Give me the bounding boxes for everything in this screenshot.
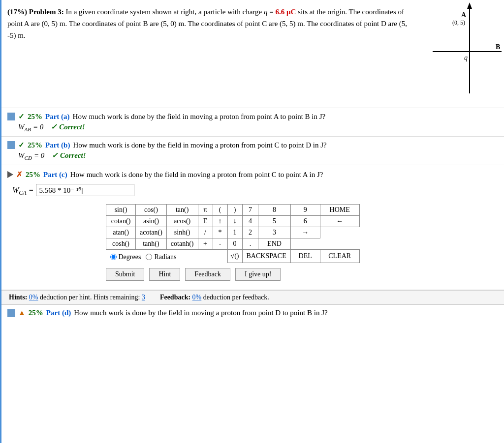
part-d-header: ▲ 25% Part (d) How much work is done by …	[7, 309, 497, 317]
part-b-question: How much work is done by the field in mo…	[73, 141, 326, 149]
part-c-question: How much work is done by the field in mo…	[70, 171, 323, 179]
radians-label[interactable]: Radians	[146, 253, 176, 261]
action-buttons: Submit Hint Feedback I give up!	[106, 268, 497, 281]
calc-acotan[interactable]: acotan()	[136, 227, 167, 238]
calc-cos[interactable]: cos()	[136, 204, 167, 215]
calc-5[interactable]: 5	[258, 215, 290, 227]
calc-clear[interactable]: CLEAR	[320, 249, 359, 263]
input-row: WCA =	[12, 184, 497, 197]
part-d-pct: 25%	[29, 309, 43, 317]
calc-4[interactable]: 4	[242, 215, 258, 227]
part-c-play-icon	[7, 171, 13, 178]
calc-slash[interactable]: /	[198, 227, 213, 238]
part-c-label: Part (c)	[43, 171, 67, 179]
hints-left: Hints: 0% deduction per hint. Hints rema…	[9, 294, 145, 301]
calc-end[interactable]: END	[258, 238, 290, 249]
calc-tanh[interactable]: tanh()	[136, 238, 167, 249]
part-b-icon	[7, 141, 15, 149]
calc-0[interactable]: 0	[227, 238, 242, 249]
part-c-header: ✗ 25% Part (c) How much work is done by …	[7, 170, 497, 179]
part-a-answer: WAB = 0 ✓ Correct!	[18, 122, 497, 132]
calc-home[interactable]: HOME	[320, 204, 359, 215]
calc-sin[interactable]: sin()	[106, 204, 136, 215]
part-c-pct: 25%	[26, 171, 40, 179]
radians-radio[interactable]	[146, 254, 152, 260]
calc-2[interactable]: 2	[242, 227, 258, 238]
calc-close-paren[interactable]: )	[227, 204, 242, 215]
feedback-button[interactable]: Feedback	[185, 268, 230, 281]
calc-del[interactable]: DEL	[290, 249, 320, 263]
calc-pi[interactable]: π	[198, 204, 213, 215]
submit-button[interactable]: Submit	[106, 268, 144, 281]
calc-1[interactable]: 1	[227, 227, 242, 238]
calc-6[interactable]: 6	[290, 215, 320, 227]
calc-7[interactable]: 7	[242, 204, 258, 215]
part-a-icon	[7, 113, 15, 120]
parts-container: ✓ 25% Part (a) How much work is done by …	[1, 108, 504, 323]
part-c-x: ✗	[16, 170, 23, 179]
calc-8[interactable]: 8	[258, 204, 290, 215]
feedback-pct-link[interactable]: 0%	[192, 294, 202, 301]
calc-row-2: cotan() asin() acos() E ↑ ↓ 4 5 6 ←	[106, 215, 360, 227]
feedback-deduction-text: deduction per feedback.	[203, 294, 269, 301]
calc-3[interactable]: 3	[258, 227, 290, 238]
degrees-radio[interactable]	[110, 254, 117, 260]
part-d-question: How much work is done by the field in mo…	[74, 309, 327, 317]
calc-cotan[interactable]: cotan()	[106, 215, 136, 227]
calc-plus[interactable]: +	[198, 238, 213, 249]
calc-9[interactable]: 9	[290, 204, 320, 215]
point-a-coord: (0, 5)	[452, 19, 465, 26]
calc-up[interactable]: ↑	[213, 215, 227, 227]
coordinate-diagram: A (0, 5) q B	[418, 0, 504, 103]
calc-open-paren[interactable]: (	[213, 204, 227, 215]
calc-row-3: atan() acotan() sinh() / * 1 2 3 →	[106, 227, 360, 238]
hint-pct-link[interactable]: 0%	[29, 294, 38, 301]
calc-row-5: Degrees Radians √() BACKSPACE DEL	[106, 249, 360, 263]
part-d-section: ▲ 25% Part (d) How much work is done by …	[1, 305, 504, 323]
calc-asin[interactable]: asin()	[136, 215, 167, 227]
part-c-section: ✗ 25% Part (c) How much work is done by …	[1, 165, 504, 290]
part-a-correct: ✓ Correct!	[51, 123, 85, 131]
calc-dot[interactable]: .	[242, 238, 258, 249]
calc-cotanh[interactable]: cotanh()	[166, 238, 198, 249]
degrees-radians-cell: Degrees Radians	[106, 249, 198, 263]
hint-button[interactable]: Hint	[149, 268, 180, 281]
hint-deduction-text: deduction per hint. Hints remaining:	[40, 294, 140, 301]
svg-marker-1	[467, 2, 472, 9]
calc-row-4: cosh() tanh() cotanh() + - 0 . END	[106, 238, 360, 249]
calc-tan[interactable]: tan()	[166, 204, 198, 215]
calc-acos[interactable]: acos()	[166, 215, 198, 227]
calc-e[interactable]: E	[198, 215, 213, 227]
part-b-correct: ✓ Correct!	[52, 151, 86, 159]
hints-remaining-link[interactable]: 3	[142, 294, 145, 301]
problem-text: (17%) Problem 3: In a given coordinate s…	[7, 6, 421, 103]
wca-input[interactable]	[36, 184, 134, 196]
problem-header: (17%) Problem 3: In a given coordinate s…	[1, 0, 504, 108]
calc-sqrt[interactable]: √()	[227, 249, 242, 263]
part-b-answer: WCD = 0 ✓ Correct!	[18, 151, 497, 161]
part-a-header: ✓ 25% Part (a) How much work is done by …	[7, 112, 497, 121]
point-a-label: A	[461, 11, 467, 19]
calc-backspace-arrow[interactable]: ←	[320, 215, 359, 227]
calc-star[interactable]: *	[213, 227, 227, 238]
calc-minus[interactable]: -	[213, 238, 227, 249]
calc-down[interactable]: ↓	[227, 215, 242, 227]
calc-grid: sin() cos() tan() π ( ) 7 8 9 HOME	[106, 204, 360, 264]
part-a-check: ✓	[18, 112, 25, 121]
part-a-pct: 25%	[28, 113, 42, 121]
calc-sinh[interactable]: sinh()	[166, 227, 198, 238]
hints-label: Hints:	[9, 294, 27, 301]
charge-value: 6.6 μC	[275, 8, 296, 16]
calc-atan[interactable]: atan()	[106, 227, 136, 238]
calc-backspace[interactable]: BACKSPACE	[242, 249, 290, 263]
part-d-icon	[7, 309, 15, 317]
degrees-label[interactable]: Degrees	[110, 253, 141, 261]
part-a-question: How much work is done by the field in mo…	[73, 113, 326, 121]
feedback-label: Feedback:	[160, 294, 190, 301]
wca-label: WCA =	[12, 186, 33, 197]
give-up-button[interactable]: I give up!	[235, 268, 281, 281]
part-d-label: Part (d)	[46, 309, 71, 317]
spacer-cell	[198, 249, 227, 263]
calc-right-arrow[interactable]: →	[290, 227, 320, 238]
calc-cosh[interactable]: cosh()	[106, 238, 136, 249]
